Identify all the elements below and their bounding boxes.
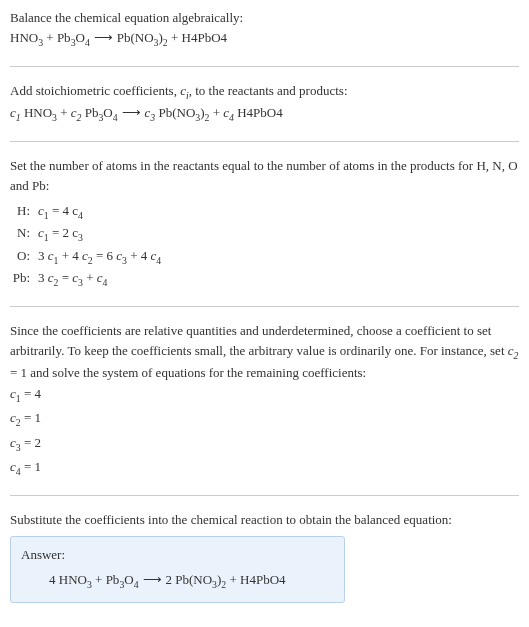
section-coeffs: Since the coefficients are relative quan… [10, 321, 519, 479]
substitute-intro: Substitute the coefficients into the che… [10, 510, 519, 530]
hno3: HNO3 [10, 30, 43, 45]
coeffs-intro: Since the coefficients are relative quan… [10, 321, 519, 382]
pb3o4: Pb3O4 [57, 30, 90, 45]
stoich-intro: Add stoichiometric coefficients, ci, to … [10, 81, 519, 103]
stoich-equation: c1 HNO3 + c2 Pb3O4⟶c3 Pb(NO3)2 + c4 H4Pb… [10, 103, 519, 125]
ci-symbol: ci [180, 83, 189, 98]
section-stoich: Add stoichiometric coefficients, ci, to … [10, 81, 519, 125]
atom-row-h: H: c1 = 4 c4 [12, 201, 519, 223]
pbno32: Pb(NO3)2 [117, 30, 168, 45]
balance-equation: HNO3 + Pb3O4⟶Pb(NO3)2 + H4PbO4 [10, 28, 519, 50]
answer-box: Answer: 4 HNO3 + Pb3O4⟶2 Pb(NO3)2 + H4Pb… [10, 536, 345, 604]
coeff-line: c3 = 2 [10, 433, 519, 455]
answer-equation: 4 HNO3 + Pb3O4⟶2 Pb(NO3)2 + H4PbO4 [21, 570, 334, 592]
section-substitute: Substitute the coefficients into the che… [10, 510, 519, 603]
answer-title: Answer: [21, 545, 334, 565]
atom-row-n: N: c1 = 2 c3 [12, 223, 519, 245]
atoms-intro: Set the number of atoms in the reactants… [10, 156, 519, 195]
divider [10, 495, 519, 496]
coeff-line: c1 = 4 [10, 384, 519, 406]
divider [10, 306, 519, 307]
divider [10, 141, 519, 142]
section-balance: Balance the chemical equation algebraica… [10, 8, 519, 50]
section-atoms: Set the number of atoms in the reactants… [10, 156, 519, 290]
coeff-line: c2 = 1 [10, 408, 519, 430]
arrow-icon: ⟶ [90, 30, 117, 45]
divider [10, 66, 519, 67]
coeff-line: c4 = 1 [10, 457, 519, 479]
h4pbo4: H4PbO4 [182, 30, 228, 45]
atom-row-pb: Pb: 3 c2 = c3 + c4 [12, 268, 519, 290]
balance-intro: Balance the chemical equation algebraica… [10, 8, 519, 28]
atoms-table: H: c1 = 4 c4 N: c1 = 2 c3 O: 3 c1 + 4 c2… [12, 201, 519, 290]
atom-row-o: O: 3 c1 + 4 c2 = 6 c3 + 4 c4 [12, 246, 519, 268]
